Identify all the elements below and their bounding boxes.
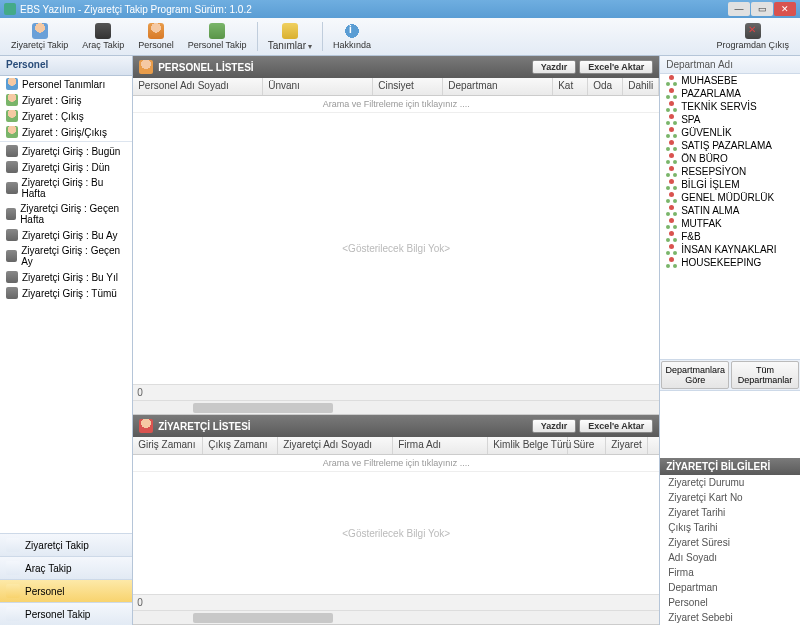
department-item[interactable]: GENEL MÜDÜRLÜK [660, 191, 800, 204]
column-header[interactable]: Ünvanı [263, 78, 373, 95]
sidebar-item[interactable]: Ziyaret : Çıkış [0, 108, 132, 124]
column-header[interactable]: Giriş Zamanı [133, 437, 203, 454]
toolbar-tanimlar[interactable]: Tanımlar▾ [261, 20, 319, 53]
nav-item-personel[interactable]: Personel [0, 579, 132, 602]
department-item[interactable]: SPA [660, 113, 800, 126]
minimize-button[interactable]: — [728, 2, 750, 16]
close-button[interactable]: ✕ [774, 2, 796, 16]
toolbar-exit[interactable]: Programdan Çıkış [709, 20, 796, 53]
department-item[interactable]: F&B [660, 230, 800, 243]
sidebar-item-label: Personel Tanımları [22, 79, 105, 90]
dept-label: MUTFAK [681, 218, 722, 229]
sidebar-item[interactable]: Ziyaretçi Giriş : Bu Ay [0, 227, 132, 243]
departments-header: Departman Adı [660, 56, 800, 74]
column-header[interactable]: Kat [553, 78, 588, 95]
column-header[interactable]: Kimlik Belge Türü [488, 437, 568, 454]
export-excel-button[interactable]: Excel'e Aktar [579, 419, 653, 433]
nav-icon [6, 584, 20, 598]
department-item[interactable]: PAZARLAMA [660, 87, 800, 100]
sidebar-item-label: Ziyaretçi Giriş : Bu Ay [22, 230, 117, 241]
department-item[interactable]: İNSAN KAYNAKLARI [660, 243, 800, 256]
column-header[interactable]: Ziyaretçi Adı Soyadı [278, 437, 393, 454]
department-item[interactable]: GÜVENLİK [660, 126, 800, 139]
nav-item-araç-takip[interactable]: Araç Takip [0, 556, 132, 579]
department-item[interactable]: HOUSEKEEPING [660, 256, 800, 269]
sidebar-item-label: Ziyaret : Çıkış [22, 111, 84, 122]
sidebar-item[interactable]: Ziyaretçi Giriş : Geçen Hafta [0, 201, 132, 227]
center-area: PERSONEL LİSTESİ Yazdır Excel'e Aktar Pe… [133, 56, 659, 625]
dept-label: HOUSEKEEPING [681, 257, 761, 268]
scrollbar-thumb[interactable] [193, 613, 333, 623]
toolbar-arac-takip[interactable]: Araç Takip [75, 20, 131, 53]
column-header[interactable]: Cinsiyet [373, 78, 443, 95]
list-icon [6, 161, 18, 173]
department-item[interactable]: TEKNİK SERVİS [660, 100, 800, 113]
column-header[interactable]: Süre [568, 437, 606, 454]
print-button[interactable]: Yazdır [532, 419, 577, 433]
scrollbar-thumb[interactable] [193, 403, 333, 413]
sidebar-item[interactable]: Ziyaretçi Giriş : Tümü [0, 285, 132, 301]
exit-icon [745, 23, 761, 39]
toolbar-personel-takip[interactable]: Personel Takip [181, 20, 254, 53]
column-header[interactable]: Ziyaret [606, 437, 648, 454]
sidebar-item[interactable]: Ziyaretçi Giriş : Geçen Ay [0, 243, 132, 269]
staff-icon [139, 60, 153, 74]
column-header[interactable]: Oda [588, 78, 623, 95]
sidebar-item[interactable]: Ziyaretçi Giriş : Bu Yıl [0, 269, 132, 285]
sidebar-item[interactable]: Ziyaret : Giriş/Çıkış [0, 124, 132, 140]
chevron-down-icon: ▾ [308, 42, 312, 51]
by-departments-button[interactable]: Departmanlara Göre [661, 361, 729, 389]
visitor-info-field: Ziyaret Tarihi [660, 505, 800, 520]
column-header[interactable]: Dahili [623, 78, 659, 95]
maximize-button[interactable]: ▭ [751, 2, 773, 16]
column-header[interactable]: Personel Adı Soyadı [133, 78, 263, 95]
org-icon [666, 205, 677, 216]
filter-hint[interactable]: Arama ve Filtreleme için tıklayınız .... [133, 455, 659, 472]
sidebar-item-label: Ziyaret : Giriş [22, 95, 81, 106]
horizontal-scrollbar[interactable] [133, 400, 659, 414]
export-excel-button[interactable]: Excel'e Aktar [579, 60, 653, 74]
sidebar-item-label: Ziyaretçi Giriş : Geçen Ay [21, 245, 126, 267]
list-icon [6, 287, 18, 299]
nav-label: Personel Takip [25, 609, 90, 620]
nav-icon [6, 561, 20, 575]
list-icon [6, 250, 17, 262]
column-header[interactable]: Departman [443, 78, 553, 95]
department-item[interactable]: MUHASEBE [660, 74, 800, 87]
column-header[interactable]: Firma Adı [393, 437, 488, 454]
print-button[interactable]: Yazdır [532, 60, 577, 74]
department-item[interactable]: ÖN BÜRO [660, 152, 800, 165]
department-item[interactable]: SATIŞ PAZARLAMA [660, 139, 800, 152]
all-departments-button[interactable]: Tüm Departmanlar [731, 361, 799, 389]
sidebar-item[interactable]: Ziyaretçi Giriş : Bugün [0, 143, 132, 159]
list-icon [6, 271, 18, 283]
filter-hint[interactable]: Arama ve Filtreleme için tıklayınız .... [133, 96, 659, 113]
row-count: 0 [137, 597, 143, 608]
sidebar-item-label: Ziyaretçi Giriş : Bugün [22, 146, 120, 157]
department-item[interactable]: SATIN ALMA [660, 204, 800, 217]
sidebar-item[interactable]: Ziyaretçi Giriş : Bu Hafta [0, 175, 132, 201]
person-icon [32, 23, 48, 39]
department-item[interactable]: RESEPSİYON [660, 165, 800, 178]
toolbar-ziyaretci-takip[interactable]: Ziyaretçi Takip [4, 20, 75, 53]
horizontal-scrollbar[interactable] [133, 610, 659, 624]
nav-item-ziyaretçi-takip[interactable]: Ziyaretçi Takip [0, 533, 132, 556]
department-item[interactable]: BİLGİ İŞLEM [660, 178, 800, 191]
personel-status: 0 [133, 384, 659, 400]
sidebar-item[interactable]: Ziyaret : Giriş [0, 92, 132, 108]
org-icon [666, 166, 677, 177]
visitor-info-header: ZİYARETÇİ BİLGİLERİ [660, 458, 800, 475]
sidebar-item[interactable]: Ziyaretçi Giriş : Dün [0, 159, 132, 175]
nav-item-personel-takip[interactable]: Personel Takip [0, 602, 132, 625]
toolbar-personel[interactable]: Personel [131, 20, 181, 53]
sidebar-item[interactable]: Personel Tanımları [0, 76, 132, 92]
sidebar-item-label: Ziyaretçi Giriş : Bu Hafta [22, 177, 127, 199]
column-header[interactable]: Çıkış Zamanı [203, 437, 278, 454]
sidebar-item-label: Ziyaret : Giriş/Çıkış [22, 127, 107, 138]
ziyaretci-columns: Giriş ZamanıÇıkış ZamanıZiyaretçi Adı So… [133, 437, 659, 455]
visitor-info-field: Firma [660, 565, 800, 580]
org-icon [666, 75, 677, 86]
department-item[interactable]: MUTFAK [660, 217, 800, 230]
toolbar-hakkinda[interactable]: Hakkında [326, 20, 378, 53]
staff-icon [148, 23, 164, 39]
